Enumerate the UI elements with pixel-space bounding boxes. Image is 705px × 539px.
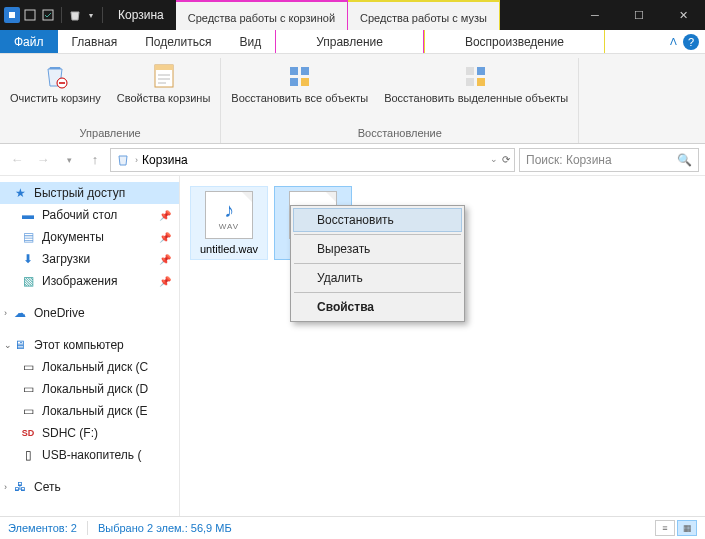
- separator: [102, 7, 103, 23]
- location-text[interactable]: Корзина: [142, 153, 188, 167]
- manage-tab[interactable]: Управление: [275, 30, 424, 53]
- search-icon[interactable]: 🔍: [677, 153, 692, 167]
- sidebar-disk-d[interactable]: ▭ Локальный диск (D: [0, 378, 179, 400]
- close-button[interactable]: ✕: [661, 0, 705, 30]
- group-label: Управление: [0, 125, 220, 143]
- label: Восстановить выделенные объекты: [384, 92, 568, 105]
- label: Свойства корзины: [117, 92, 211, 105]
- sidebar-thispc[interactable]: ⌄ 🖥 Этот компьютер: [0, 334, 179, 356]
- svg-rect-12: [477, 78, 485, 86]
- documents-icon: ▤: [20, 229, 36, 245]
- back-button[interactable]: ←: [6, 149, 28, 171]
- file-icon-wav: ♪ WAV: [205, 191, 253, 239]
- separator: [87, 521, 88, 535]
- sidebar-sdhc[interactable]: SD SDHC (F:): [0, 422, 179, 444]
- sidebar-disk-c[interactable]: ▭ Локальный диск (C: [0, 356, 179, 378]
- drive-icon: ▭: [20, 359, 36, 375]
- downloads-icon: ⬇: [20, 251, 36, 267]
- sidebar-documents[interactable]: ▤ Документы 📌: [0, 226, 179, 248]
- qat-dropdown[interactable]: ▾: [85, 11, 97, 20]
- qat-item[interactable]: [40, 7, 56, 23]
- recycle-bin-icon: [115, 152, 131, 168]
- address-bar: ← → ▾ ↑ › Корзина ⌄ ⟳ Поиск: Корзина 🔍: [0, 144, 705, 176]
- maximize-button[interactable]: ☐: [617, 0, 661, 30]
- sidebar-desktop[interactable]: ▬ Рабочий стол 📌: [0, 204, 179, 226]
- window-title: Корзина: [110, 0, 172, 30]
- label: Рабочий стол: [42, 208, 117, 222]
- recent-locations[interactable]: ▾: [58, 149, 80, 171]
- ribbon-collapse[interactable]: ᐱ: [664, 30, 683, 53]
- view-icons-button[interactable]: ▦: [677, 520, 697, 536]
- svg-rect-8: [301, 78, 309, 86]
- empty-bin-button[interactable]: Очистить корзину: [6, 58, 105, 125]
- separator: [61, 7, 62, 23]
- view-details-button[interactable]: ≡: [655, 520, 675, 536]
- pin-icon: 📌: [159, 232, 171, 243]
- search-input[interactable]: Поиск: Корзина 🔍: [519, 148, 699, 172]
- svg-rect-11: [466, 78, 474, 86]
- svg-rect-9: [466, 67, 474, 75]
- label: Восстановить все объекты: [231, 92, 368, 105]
- quick-access-toolbar: ▾: [0, 0, 110, 30]
- bin-properties-button[interactable]: Свойства корзины: [113, 58, 215, 125]
- recycle-bin-icon[interactable]: [67, 7, 83, 23]
- label: Документы: [42, 230, 104, 244]
- label: Очистить корзину: [10, 92, 101, 105]
- playback-tab[interactable]: Воспроизведение: [424, 30, 605, 53]
- separator: [294, 234, 461, 235]
- pin-icon: 📌: [159, 254, 171, 265]
- star-icon: ★: [12, 185, 28, 201]
- dropdown-icon[interactable]: ⌄: [490, 154, 498, 165]
- label: OneDrive: [34, 306, 85, 320]
- restore-selected-icon: [461, 60, 491, 92]
- share-tab[interactable]: Поделиться: [131, 30, 225, 53]
- file-tab[interactable]: Файл: [0, 30, 58, 53]
- qat-item[interactable]: [22, 7, 38, 23]
- sidebar-disk-e[interactable]: ▭ Локальный диск (E: [0, 400, 179, 422]
- ctx-restore[interactable]: Восстановить: [293, 208, 462, 232]
- label: Загрузки: [42, 252, 90, 266]
- minimize-button[interactable]: ─: [573, 0, 617, 30]
- svg-rect-7: [290, 78, 298, 86]
- computer-icon: 🖥: [12, 337, 28, 353]
- refresh-icon[interactable]: ⟳: [502, 154, 510, 165]
- label: Сеть: [34, 480, 61, 494]
- svg-rect-4: [155, 65, 173, 70]
- ctx-properties[interactable]: Свойства: [293, 295, 462, 319]
- file-item[interactable]: ♪ WAV untitled.wav: [190, 186, 268, 260]
- view-tab[interactable]: Вид: [225, 30, 275, 53]
- sidebar-network[interactable]: › 🖧 Сеть: [0, 476, 179, 498]
- home-tab[interactable]: Главная: [58, 30, 132, 53]
- pin-icon: 📌: [159, 276, 171, 287]
- contextual-tab-recyclebin[interactable]: Средства работы с корзиной: [176, 0, 348, 30]
- label: Этот компьютер: [34, 338, 124, 352]
- sidebar-downloads[interactable]: ⬇ Загрузки 📌: [0, 248, 179, 270]
- window-controls: ─ ☐ ✕: [573, 0, 705, 30]
- contextual-tabs: Средства работы с корзиной Средства рабо…: [176, 0, 500, 30]
- ctx-delete[interactable]: Удалить: [293, 266, 462, 290]
- sidebar-quick-access[interactable]: ★ Быстрый доступ: [0, 182, 179, 204]
- nav-pane[interactable]: ★ Быстрый доступ ▬ Рабочий стол 📌 ▤ Доку…: [0, 176, 180, 516]
- expand-icon[interactable]: ›: [4, 482, 7, 492]
- restore-all-button[interactable]: Восстановить все объекты: [227, 58, 372, 125]
- ribbon: Очистить корзину Свойства корзины Управл…: [0, 54, 705, 144]
- contextual-tab-music[interactable]: Средства работы с музы: [348, 0, 500, 30]
- recycle-empty-icon: [40, 60, 70, 92]
- pictures-icon: ▧: [20, 273, 36, 289]
- ctx-cut[interactable]: Вырезать: [293, 237, 462, 261]
- help-icon[interactable]: ?: [683, 34, 699, 50]
- up-button[interactable]: ↑: [84, 149, 106, 171]
- sidebar-onedrive[interactable]: › ☁ OneDrive: [0, 302, 179, 324]
- restore-selected-button[interactable]: Восстановить выделенные объекты: [380, 58, 572, 125]
- sidebar-pictures[interactable]: ▧ Изображения 📌: [0, 270, 179, 292]
- address-box[interactable]: › Корзина ⌄ ⟳: [110, 148, 515, 172]
- sidebar-usb[interactable]: ▯ USB-накопитель (: [0, 444, 179, 466]
- status-bar: Элементов: 2 Выбрано 2 элем.: 56,9 МБ ≡ …: [0, 516, 705, 539]
- expand-icon[interactable]: ›: [4, 308, 7, 318]
- expand-icon[interactable]: ⌄: [4, 340, 12, 350]
- ribbon-group-manage: Очистить корзину Свойства корзины Управл…: [0, 58, 221, 143]
- app-icon[interactable]: [4, 7, 20, 23]
- forward-button[interactable]: →: [32, 149, 54, 171]
- svg-rect-6: [301, 67, 309, 75]
- chevron-right-icon[interactable]: ›: [135, 155, 138, 165]
